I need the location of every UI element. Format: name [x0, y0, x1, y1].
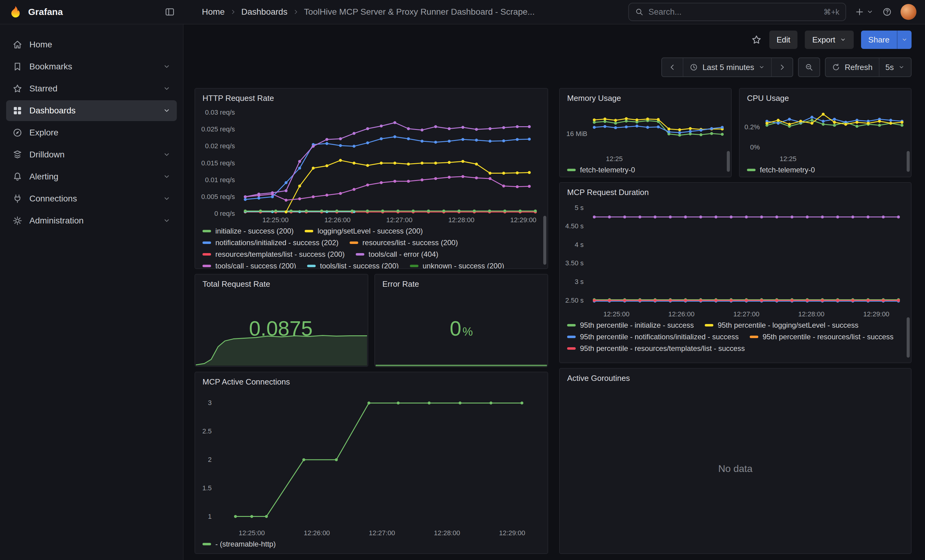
- legend-scrollbar[interactable]: [907, 317, 910, 357]
- legend-scrollbar[interactable]: [727, 151, 730, 172]
- svg-text:2.50 s: 2.50 s: [565, 297, 584, 304]
- legend-item[interactable]: fetch-telemetry-0: [567, 166, 635, 174]
- mcp-request-duration-chart[interactable]: 2.50 s3 s3.50 s4 s4.50 s5 s12:25:0012:26…: [560, 198, 911, 320]
- panel-title[interactable]: Error Rate: [375, 275, 548, 290]
- chevron-down-icon: [866, 8, 874, 16]
- avatar[interactable]: [901, 4, 916, 20]
- legend-item[interactable]: logging/setLevel - success (200): [305, 227, 423, 236]
- time-forward-button[interactable]: [771, 58, 792, 77]
- breadcrumb-item: ToolHive MCP Server & Proxy Runner Dashb…: [304, 7, 535, 17]
- chevron-down-icon[interactable]: [163, 85, 171, 93]
- svg-text:12:25: 12:25: [606, 155, 623, 163]
- sidebar-item-dashboards[interactable]: Dashboards: [6, 100, 177, 121]
- chevron-down-icon[interactable]: [163, 151, 171, 159]
- legend-item[interactable]: notifications/initialized - success (202…: [202, 239, 339, 247]
- legend-item[interactable]: - (streamable-http): [202, 540, 276, 548]
- chevron-down-icon[interactable]: [163, 63, 171, 71]
- cpu-usage-chart[interactable]: 0.2%0%12:25: [740, 104, 911, 164]
- legend-item[interactable]: unknown - success (200): [410, 262, 505, 269]
- chevron-down-icon[interactable]: [163, 107, 171, 115]
- sidebar-item-label: Connections: [29, 194, 77, 204]
- breadcrumb-item[interactable]: Home: [202, 7, 225, 17]
- svg-text:2.5: 2.5: [202, 427, 212, 435]
- sidebar-toggle-icon[interactable]: [164, 7, 175, 17]
- sidebar-item-connections[interactable]: Connections: [6, 188, 177, 209]
- legend-item[interactable]: 95th percentile - resources/templates/li…: [567, 344, 745, 353]
- legend-scrollbar[interactable]: [543, 216, 546, 265]
- share-button[interactable]: Share: [861, 30, 897, 49]
- panel-title[interactable]: CPU Usage: [740, 89, 911, 104]
- panel-title[interactable]: Active Goroutines: [560, 369, 911, 384]
- new-button[interactable]: [855, 7, 874, 17]
- time-back-button[interactable]: [662, 58, 683, 77]
- panel-title[interactable]: Memory Usage: [560, 89, 731, 104]
- help-icon[interactable]: [882, 7, 892, 17]
- legend-item[interactable]: 95th percentile - notifications/initiali…: [567, 333, 739, 341]
- sidebar-item-label: Bookmarks: [29, 62, 72, 72]
- edit-button[interactable]: Edit: [769, 30, 798, 49]
- time-range-picker[interactable]: Last 5 minutes: [683, 58, 771, 77]
- drilldown-icon: [12, 150, 23, 160]
- panel-title[interactable]: MCP Request Duration: [560, 183, 911, 198]
- http-request-rate-chart[interactable]: 0 req/s0.005 req/s0.01 req/s0.015 req/s0…: [195, 104, 548, 225]
- refresh-interval-picker[interactable]: 5s: [879, 58, 911, 77]
- legend-scrollbar[interactable]: [907, 151, 910, 172]
- chart-legend: fetch-telemetry-0: [740, 164, 911, 177]
- breadcrumb-item[interactable]: Dashboards: [241, 7, 288, 17]
- grafana-logo-icon[interactable]: [9, 5, 22, 19]
- panel-title[interactable]: Total Request Rate: [195, 275, 368, 290]
- legend-label: notifications/initialized - success (202…: [215, 239, 339, 247]
- export-button[interactable]: Export: [805, 30, 853, 49]
- zoom-out-button[interactable]: [798, 58, 820, 77]
- chevron-down-icon[interactable]: [163, 195, 171, 203]
- legend-item[interactable]: resources/templates/list - success (200): [202, 250, 345, 258]
- sidebar-item-drilldown[interactable]: Drilldown: [6, 144, 177, 165]
- legend-item[interactable]: tools/call - error (404): [356, 250, 438, 258]
- svg-text:0.03 req/s: 0.03 req/s: [205, 108, 235, 116]
- breadcrumb: HomeDashboardsToolHive MCP Server & Prox…: [184, 7, 535, 17]
- svg-text:16 MiB: 16 MiB: [566, 130, 587, 138]
- search-input[interactable]: Search... ⌘+k: [628, 3, 846, 21]
- sidebar-item-administration[interactable]: Administration: [6, 210, 177, 231]
- panel-title[interactable]: HTTP Request Rate: [195, 89, 548, 104]
- svg-text:4 s: 4 s: [575, 241, 584, 249]
- mcp-active-connections-chart[interactable]: 11.522.5312:25:0012:26:0012:27:0012:28:0…: [195, 388, 548, 539]
- panel-title[interactable]: MCP Active Connections: [195, 372, 548, 388]
- stat-value: 0%: [375, 290, 548, 366]
- sidebar-item-label: Explore: [29, 128, 59, 138]
- legend-item[interactable]: fetch-telemetry-0: [747, 166, 815, 174]
- dashboard-page: Edit Export Share Last 5 minutes: [184, 24, 925, 560]
- sidebar-item-explore[interactable]: Explore: [6, 122, 177, 143]
- star-icon: [12, 83, 23, 94]
- share-menu-button[interactable]: [897, 30, 911, 49]
- sidebar-item-starred[interactable]: Starred: [6, 78, 177, 99]
- legend-item[interactable]: initialize - success (200): [202, 227, 294, 236]
- sidebar-item-alerting[interactable]: Alerting: [6, 166, 177, 187]
- chart-legend: initialize - success (200)logging/setLev…: [195, 225, 548, 269]
- favorite-star-icon[interactable]: [751, 34, 762, 45]
- legend-item[interactable]: tools/call - success (200): [202, 262, 296, 269]
- sidebar-item-bookmarks[interactable]: Bookmarks: [6, 56, 177, 77]
- sidebar-item-label: Administration: [29, 216, 83, 225]
- svg-text:12:25:00: 12:25:00: [262, 216, 289, 224]
- legend-label: fetch-telemetry-0: [580, 166, 635, 174]
- zoom-out-group: [798, 57, 820, 77]
- sidebar-item-home[interactable]: Home: [6, 34, 177, 55]
- stat-value: 0.0875: [195, 290, 368, 366]
- legend-item[interactable]: 95th percentile - initialize - success: [567, 321, 694, 330]
- search-shortcut: ⌘+k: [823, 8, 839, 17]
- memory-usage-chart[interactable]: 16 MiB12:25: [560, 104, 731, 164]
- svg-text:0%: 0%: [750, 143, 760, 151]
- svg-text:12:27:00: 12:27:00: [369, 529, 395, 537]
- refresh-button[interactable]: Refresh: [826, 58, 878, 77]
- svg-text:0.005 req/s: 0.005 req/s: [201, 193, 235, 201]
- chevron-down-icon[interactable]: [163, 173, 171, 181]
- legend-item[interactable]: tools/list - success (200): [307, 262, 399, 269]
- legend-item[interactable]: 95th percentile - logging/setLevel - suc…: [705, 321, 858, 330]
- legend-item[interactable]: resources/list - success (200): [350, 239, 458, 247]
- chevron-down-icon[interactable]: [163, 217, 171, 225]
- legend-label: resources/templates/list - success (200): [215, 250, 345, 258]
- svg-text:0.02 req/s: 0.02 req/s: [205, 142, 235, 150]
- legend-item[interactable]: 95th percentile - resources/list - succe…: [750, 333, 893, 341]
- panel-error-rate: Error Rate 0%: [374, 274, 548, 367]
